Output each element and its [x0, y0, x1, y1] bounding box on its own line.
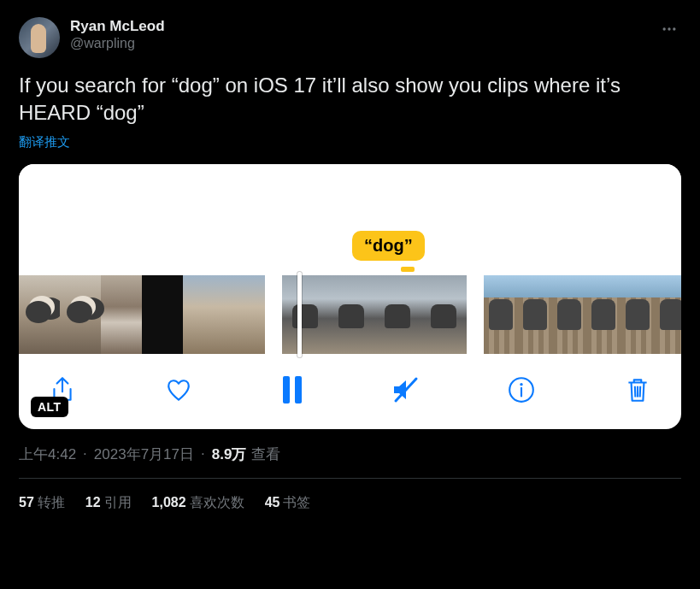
clip-thumb [374, 275, 421, 354]
stat-count: 12 [85, 495, 101, 509]
stat-label: 转推 [38, 495, 65, 509]
author-names[interactable]: Ryan McLeod @warpling [70, 17, 647, 52]
clip-thumb [282, 275, 328, 354]
quotes-stat[interactable]: 12引用 [85, 494, 132, 512]
stat-label: 喜欢次数 [190, 495, 244, 509]
tweet-meta: 上午4:42 2023年7月17日 8.9万 查看 [19, 445, 681, 464]
media-card[interactable]: “dog” [19, 164, 681, 429]
clip-thumb [183, 275, 224, 354]
clip-thumb [328, 275, 374, 354]
clip-thumb [19, 275, 60, 354]
stat-label: 引用 [104, 495, 132, 509]
clip-thumb [518, 275, 552, 354]
svg-point-2 [673, 27, 675, 30]
caption-bubble: “dog” [352, 231, 425, 261]
clip-thumb [101, 275, 142, 354]
clip-group[interactable] [19, 275, 265, 354]
tweet-text: If you search for “dog” on iOS 17 it’ll … [19, 72, 681, 127]
likes-stat[interactable]: 1,082喜欢次数 [152, 494, 244, 512]
clip-thumb [621, 275, 655, 354]
avatar[interactable] [19, 17, 60, 58]
pause-icon[interactable] [280, 374, 304, 405]
stat-count: 1,082 [152, 495, 186, 509]
clip-thumb [655, 275, 681, 354]
svg-rect-4 [295, 376, 302, 403]
svg-point-0 [663, 27, 666, 30]
tweet-container: Ryan McLeod @warpling If you search for … [5, 5, 695, 512]
views-label: 查看 [251, 445, 280, 464]
clip-thumb [552, 275, 586, 354]
clip-thumb [421, 275, 467, 354]
tweet-date[interactable]: 2023年7月17日 [94, 445, 194, 464]
clip-group[interactable] [484, 275, 681, 354]
handle: @warpling [70, 35, 647, 52]
tweet-stats: 57转推 12引用 1,082喜欢次数 45书签 [19, 479, 681, 512]
tweet-time[interactable]: 上午4:42 [19, 445, 76, 464]
translate-link[interactable]: 翻译推文 [19, 134, 70, 150]
stat-label: 书签 [283, 495, 310, 509]
heart-icon[interactable] [164, 375, 193, 404]
clip-thumb [142, 275, 183, 354]
mute-icon[interactable] [391, 375, 420, 404]
display-name: Ryan McLeod [70, 17, 647, 35]
caption-marker [401, 267, 415, 272]
clip-thumb [60, 275, 101, 354]
clip-thumb [484, 275, 518, 354]
playhead[interactable] [297, 272, 302, 357]
media-top: “dog” [19, 164, 681, 275]
stat-count: 57 [19, 495, 34, 509]
meta-separator [81, 445, 89, 462]
video-timeline[interactable] [19, 275, 681, 354]
svg-rect-3 [283, 376, 290, 403]
svg-point-1 [668, 27, 670, 30]
stat-count: 45 [265, 495, 280, 509]
info-icon[interactable] [507, 375, 536, 404]
meta-separator [199, 445, 207, 462]
alt-badge[interactable]: ALT [31, 397, 68, 417]
media-toolbar [19, 354, 681, 429]
retweets-stat[interactable]: 57转推 [19, 494, 65, 512]
bookmarks-stat[interactable]: 45书签 [265, 494, 311, 512]
tweet-header: Ryan McLeod @warpling [19, 17, 681, 58]
svg-point-7 [520, 383, 522, 386]
more-icon[interactable] [657, 17, 681, 44]
clip-group[interactable] [282, 275, 467, 354]
views-count: 8.9万 [212, 445, 247, 464]
clip-thumb [586, 275, 621, 354]
clip-thumb [224, 275, 265, 354]
trash-icon[interactable] [623, 375, 652, 404]
